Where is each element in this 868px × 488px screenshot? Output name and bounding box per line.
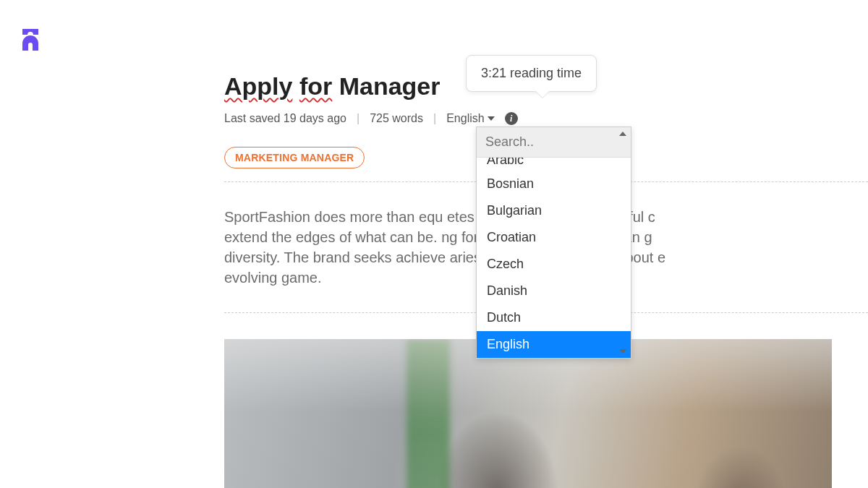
language-current-label: English xyxy=(446,112,484,125)
info-icon[interactable]: i xyxy=(505,112,518,125)
language-option[interactable]: Dutch xyxy=(477,304,631,331)
page-title[interactable]: Apply for Manager xyxy=(224,72,441,100)
last-saved-text: Last saved 19 days ago xyxy=(224,112,346,125)
app-logo[interactable] xyxy=(17,26,43,52)
meta-separator: | xyxy=(357,112,359,125)
language-option[interactable]: Danish xyxy=(477,278,631,304)
language-option[interactable]: Bosnian xyxy=(477,171,631,197)
language-option[interactable]: Czech xyxy=(477,251,631,278)
meta-row: Last saved 19 days ago | 725 words | Eng… xyxy=(224,112,868,125)
tooltip-text: 3:21 reading time xyxy=(481,66,582,80)
language-option[interactable]: Croatian xyxy=(477,224,631,251)
scroll-up-icon[interactable] xyxy=(619,132,626,136)
language-option-selected[interactable]: English xyxy=(477,331,631,358)
language-option[interactable]: Bulgarian xyxy=(477,197,631,224)
title-word-3: Manager xyxy=(339,72,441,100)
language-option[interactable]: Arabic xyxy=(477,158,631,171)
meta-separator: | xyxy=(433,112,436,125)
language-option-list[interactable]: Arabic Bosnian Bulgarian Croatian Czech … xyxy=(477,158,631,358)
language-dropdown: Arabic Bosnian Bulgarian Croatian Czech … xyxy=(476,127,631,359)
title-word-2: for xyxy=(299,72,332,100)
language-selector[interactable]: English xyxy=(446,112,494,125)
word-count: 725 words xyxy=(370,112,423,125)
language-search-input[interactable] xyxy=(477,127,631,158)
tag-marketing-manager[interactable]: MARKETING MANAGER xyxy=(224,147,365,168)
scroll-down-icon[interactable] xyxy=(619,349,626,354)
title-word-1: Apply xyxy=(224,72,292,100)
content-image[interactable] xyxy=(224,339,832,488)
chevron-down-icon xyxy=(488,116,495,121)
reading-time-tooltip: 3:21 reading time xyxy=(466,55,597,92)
